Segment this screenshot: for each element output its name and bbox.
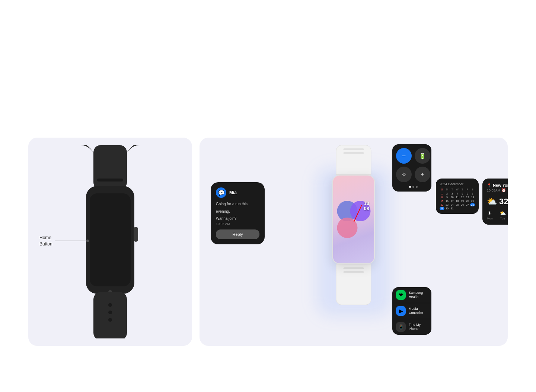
calendar-card: 2024 December S M T W T F S 1 2 3 4 5 [436,179,479,214]
time-overlay: 1008 [364,201,369,212]
settings-card: − 🔋 ⚙ ✦ [392,144,431,192]
center-watch: 1008 [332,145,375,305]
app-item-samsung-health[interactable]: ❤ SamsungHealth [392,287,431,303]
cal-cell-8: 8 [440,196,444,199]
samsung-health-icon: ❤ [396,290,406,300]
cal-cell-17: 17 [450,199,454,203]
watch-body: 1008 [332,175,375,264]
cal-cell-16: 16 [445,199,450,203]
home-button-text: HomeButton [39,235,52,247]
cal-cell-23: 23 [445,203,450,206]
cal-cell-12: 12 [460,196,465,199]
message-body-line1: Going for a run this [216,202,259,207]
app-item-find-my-phone[interactable]: 📱 Find MyPhone [392,319,431,335]
message-card: 💬 Mia Going for a run this evening. Wann… [211,182,265,244]
apps-card: ❤ SamsungHealth ▶ MediaController 📱 Find… [392,287,431,335]
cal-cell-7: 7 [470,192,475,195]
connector-dot [86,240,89,242]
city-header: 📍 New York [487,183,508,187]
band-slot-2 [344,152,364,154]
weather-day-tue: ⛅ Tue [500,210,506,220]
clock-display: 1008 [335,199,372,240]
connector [52,240,89,242]
main-container: HomeButton 💬 Mia Going for a run this ev… [0,0,536,392]
cal-cell-e3 [465,207,470,210]
mon-icon: ☀ [487,210,492,216]
cal-cell-19: 19 [460,199,465,203]
svg-rect-6 [93,292,127,338]
dot-2 [412,186,414,188]
day-label-tue: T [450,188,454,191]
svg-point-8 [108,311,112,314]
cal-cell-21: 21 [470,199,475,203]
day-label-thu: T [460,188,465,191]
brightness-button[interactable]: ✦ [415,167,430,182]
sender-name: Mia [229,190,237,195]
svg-rect-0 [93,145,127,190]
day-label-sat: S [470,188,475,191]
day-label-sun: S [440,188,444,191]
message-body-line2: evening. [216,209,259,214]
svg-point-9 [108,318,112,322]
cal-cell-31: 31 [450,207,454,210]
day-label-fri: F [465,188,470,191]
cal-cell-11: 11 [455,196,460,199]
cal-cell-13: 13 [465,196,470,199]
cal-cell-5: 5 [460,192,465,195]
city-time: 10:08AM ⏰ [487,188,508,192]
tue-label: Tue [500,217,505,220]
find-my-phone-icon: 📱 [396,322,406,332]
cal-cell-15: 15 [440,199,444,203]
find-my-phone-label: Find MyPhone [409,323,421,331]
right-panel: 💬 Mia Going for a run this evening. Wann… [200,138,508,346]
message-time: 10:08 AM [216,222,259,226]
cal-cell-1: 1 [440,192,444,195]
weather-forecast: ☀ Mon ⛅ Tue ⛅ Wed [487,210,508,220]
svg-rect-1 [97,179,123,181]
cal-cell-6: 6 [465,192,470,195]
band-slot-4 [344,271,364,273]
cal-cell-29: 29 [440,207,444,210]
band-slot-1 [344,148,364,150]
pagination-dots [396,186,430,188]
cal-cell-e2 [460,207,465,210]
cal-cell-22: 22 [440,203,444,206]
cal-cell-3: 3 [450,192,454,195]
location-icon: 📍 [487,183,491,187]
minus-button[interactable]: − [396,148,412,164]
sender-avatar: 💬 [216,187,226,198]
new-york-card: 📍 New York 10:08AM ⏰ ⛅ 32° ☀ Mon [482,179,508,225]
cal-cell-28: 28 [470,203,475,206]
calendar-header: S M T W T F S [440,188,475,191]
connector-line [55,241,86,241]
temperature: 32° [499,197,508,206]
day-label-mon: M [445,188,450,191]
left-panel: HomeButton [28,138,192,346]
cal-cell-9: 9 [445,196,450,199]
cal-cell-2: 2 [445,192,450,195]
media-controller-label: MediaController [409,307,423,315]
calendar-title: 2024 December [440,182,475,186]
temperature-row: ⛅ 32° [487,197,508,206]
svg-rect-4 [134,227,138,242]
cal-cell-e1 [455,207,460,210]
cal-cell-18: 18 [455,199,460,203]
cal-cell-10: 10 [450,196,454,199]
cal-cell-24: 24 [450,203,454,206]
cal-cell-e4 [470,207,475,210]
band-slot-3 [344,267,364,269]
cal-cell-25: 25 [455,203,460,206]
app-item-media-controller[interactable]: ▶ MediaController [392,303,431,319]
settings-button[interactable]: ⚙ [396,167,412,182]
home-button-label-container: HomeButton [39,235,89,247]
calendar-grid: 1 2 3 4 5 6 7 8 9 10 11 12 13 14 15 [440,192,475,210]
svg-point-7 [108,303,112,307]
watch-band-bottom [336,264,371,305]
message-question: Wanna join? [216,216,259,221]
cal-cell-4: 4 [455,192,460,195]
tue-icon: ⛅ [500,210,506,216]
watch-band-top [336,145,371,175]
battery-button[interactable]: 🔋 [415,148,430,164]
reply-button[interactable]: Reply [216,229,259,239]
day-label-wed: W [455,188,460,191]
